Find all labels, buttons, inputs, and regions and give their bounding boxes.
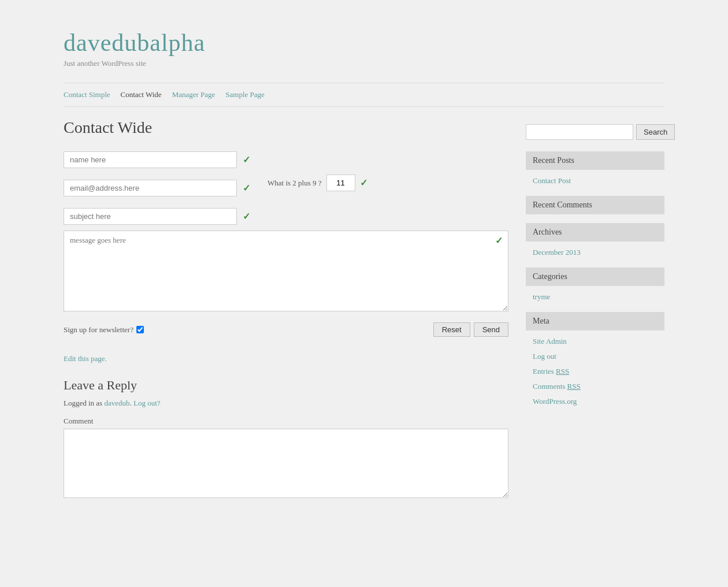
name-input[interactable] xyxy=(64,151,237,168)
meta-heading: Meta xyxy=(526,312,664,330)
sidebar-section-archives: Archives December 2013 xyxy=(526,223,664,259)
categories-heading: Categories xyxy=(526,268,664,286)
message-check-icon: ✓ xyxy=(495,235,503,246)
sidebar-link-entries-rss[interactable]: Entries RSS xyxy=(526,365,664,378)
search-button[interactable]: Search xyxy=(636,124,675,140)
reset-button[interactable]: Reset xyxy=(433,322,470,337)
sidebar-link-december-2013[interactable]: December 2013 xyxy=(526,246,664,259)
send-button[interactable]: Send xyxy=(474,322,508,337)
email-row: ✓ xyxy=(64,180,250,196)
username-link[interactable]: davedub xyxy=(104,399,129,407)
sidebar-section-categories: Categories tryme xyxy=(526,268,664,303)
name-row: ✓ xyxy=(64,151,250,168)
sidebar-link-site-admin[interactable]: Site Admin xyxy=(526,335,664,348)
sidebar-section-recent-comments: Recent Comments xyxy=(526,196,664,214)
recent-posts-heading: Recent Posts xyxy=(526,151,664,170)
sidebar-link-tryme[interactable]: tryme xyxy=(526,291,664,303)
logout-link[interactable]: Log out? xyxy=(133,399,161,407)
sidebar-link-contact-post[interactable]: Contact Post xyxy=(526,174,664,187)
sidebar-link-wordpress-org[interactable]: WordPress.org xyxy=(526,395,664,408)
nav-manager-page[interactable]: Manager Page xyxy=(172,89,226,101)
subject-row: ✓ xyxy=(64,208,250,225)
contact-form: ✓ ✓ ✓ xyxy=(64,151,508,337)
newsletter-label[interactable]: Sign up for newsletter? xyxy=(64,325,144,335)
captcha-check-icon: ✓ xyxy=(360,177,367,188)
subject-check-icon: ✓ xyxy=(243,211,250,222)
form-footer: Sign up for newsletter? Reset Send xyxy=(64,322,508,337)
message-wrapper: ✓ xyxy=(64,231,508,314)
newsletter-checkbox[interactable] xyxy=(136,326,144,333)
content-wrapper: Contact Wide ✓ ✓ xyxy=(64,118,664,500)
sidebar-link-log-out[interactable]: Log out xyxy=(526,350,664,363)
page-title: Contact Wide xyxy=(64,118,508,137)
logged-in-prefix: Logged in as xyxy=(64,399,102,407)
site-tagline: Just another WordPress site xyxy=(64,59,664,68)
comment-label: Comment xyxy=(64,417,508,426)
comment-textarea[interactable] xyxy=(64,429,508,498)
search-input[interactable] xyxy=(526,124,633,140)
captcha-section: What is 2 plus 9 ? ✓ xyxy=(268,151,367,191)
subject-input[interactable] xyxy=(64,208,237,225)
archives-heading: Archives xyxy=(526,223,664,242)
leave-reply-title: Leave a Reply xyxy=(64,378,508,393)
nav-contact-wide[interactable]: Contact Wide xyxy=(121,89,172,101)
site-header: davedubalpha Just another WordPress site xyxy=(64,12,664,77)
newsletter-text: Sign up for newsletter? xyxy=(64,325,133,335)
main-content: Contact Wide ✓ ✓ xyxy=(64,118,508,500)
edit-page-link[interactable]: Edit this page. xyxy=(64,354,508,363)
search-box: Search xyxy=(526,118,664,140)
form-left: ✓ ✓ ✓ xyxy=(64,151,250,231)
site-title: davedubalpha xyxy=(64,29,664,57)
form-top-section: ✓ ✓ ✓ xyxy=(64,151,508,231)
captcha-label: What is 2 plus 9 ? xyxy=(268,179,322,188)
sidebar-link-comments-rss[interactable]: Comments RSS xyxy=(526,380,664,393)
nav-bar: Contact Simple Contact Wide Manager Page… xyxy=(64,83,664,107)
sidebar: Search Recent Posts Contact Post Recent … xyxy=(526,118,664,417)
sidebar-section-meta: Meta Site Admin Log out Entries RSS Comm… xyxy=(526,312,664,408)
name-check-icon: ✓ xyxy=(243,154,250,165)
sidebar-section-recent-posts: Recent Posts Contact Post xyxy=(526,151,664,187)
nav-sample-page[interactable]: Sample Page xyxy=(225,89,275,101)
leave-reply-section: Leave a Reply Logged in as davedub. Log … xyxy=(64,378,508,500)
email-input[interactable] xyxy=(64,180,237,196)
email-check-icon: ✓ xyxy=(243,183,250,194)
captcha-input[interactable] xyxy=(326,174,355,191)
nav-contact-simple[interactable]: Contact Simple xyxy=(64,89,121,101)
message-textarea[interactable] xyxy=(64,231,508,311)
recent-comments-heading: Recent Comments xyxy=(526,196,664,214)
btn-group: Reset Send xyxy=(433,322,508,337)
logged-in-text: Logged in as davedub. Log out? xyxy=(64,399,508,408)
